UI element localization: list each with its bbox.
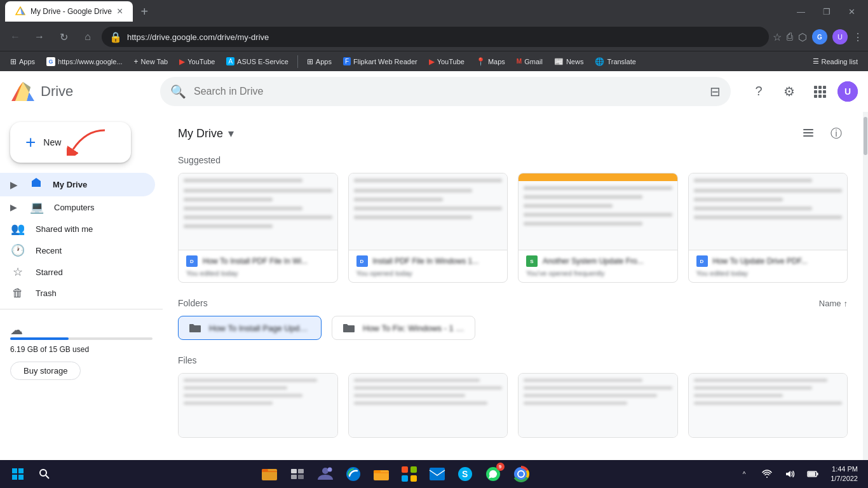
bookmark-news[interactable]: 📰 News: [549, 55, 589, 69]
chrome-ext-icon[interactable]: G: [812, 29, 827, 44]
suggested-card-3[interactable]: S Another System Update Fro... You've op…: [518, 173, 678, 283]
bookmark-apps[interactable]: ⊞ Apps: [5, 55, 40, 69]
edge-button[interactable]: [341, 461, 366, 487]
file-card-4[interactable]: [688, 373, 848, 438]
suggested-card-4[interactable]: D How To Update Drive PDF... You edited …: [688, 173, 848, 283]
info-button[interactable]: ⓘ: [825, 122, 848, 145]
home-button[interactable]: ⌂: [78, 27, 98, 47]
teams-button[interactable]: [313, 461, 338, 487]
volume-icon[interactable]: [780, 464, 800, 484]
active-tab[interactable]: My Drive - Google Drive ×: [5, 1, 133, 22]
reading-list-button[interactable]: ☰ Reading list: [808, 55, 863, 68]
suggested-card-1[interactable]: D How To Install PDF File In Wi... You e…: [178, 173, 338, 283]
chevron-icon: ▶: [10, 180, 17, 190]
bookmark-google[interactable]: G https://www.google...: [41, 55, 128, 69]
trash-icon: 🗑: [10, 287, 25, 300]
bookmark-maps[interactable]: 📍 Maps: [471, 55, 510, 69]
svg-rect-31: [298, 469, 304, 473]
file-card-1[interactable]: [178, 373, 338, 438]
maximize-button[interactable]: ❐: [815, 4, 838, 19]
tab-close-button[interactable]: ×: [117, 6, 123, 17]
profile-icon[interactable]: U: [832, 29, 848, 44]
folder-item-1[interactable]: How To Install Page Update...: [178, 316, 322, 340]
reading-list-icon: ☰: [813, 57, 819, 65]
svg-rect-32: [291, 475, 297, 479]
tray-chevron-button[interactable]: ^: [734, 464, 754, 484]
folders-section-header: Folders Name ↑: [178, 298, 848, 308]
folder-item-2[interactable]: How To Fix: Windows - 1 Lik...: [332, 316, 475, 340]
filter-icon[interactable]: ⊟: [710, 84, 721, 99]
extensions-icon[interactable]: ⬡: [798, 31, 807, 43]
svg-rect-29: [262, 469, 268, 471]
title-dropdown-icon[interactable]: ▾: [228, 126, 234, 140]
whatsapp-button[interactable]: 9: [480, 461, 506, 487]
sidebar-item-shared[interactable]: 👥 Shared with me: [0, 218, 155, 240]
content-title: My Drive ▾: [178, 126, 234, 140]
bookmark-flipkart[interactable]: F Flipkart Web Reader: [338, 55, 423, 68]
buy-storage-button[interactable]: Buy storage: [10, 362, 81, 380]
address-bar[interactable]: 🔒 https://drive.google.com/drive/my-driv…: [102, 27, 769, 47]
search-input[interactable]: [194, 86, 702, 97]
battery-icon[interactable]: [803, 464, 823, 484]
file-card-preview-2: [349, 374, 508, 437]
sort-label: Name: [819, 299, 841, 308]
file-explorer-button[interactable]: [257, 461, 282, 487]
whatsapp-badge: 9: [496, 463, 505, 471]
card-info-4: D How To Update Drive PDF... You edited …: [689, 250, 848, 282]
chrome-button[interactable]: [508, 461, 534, 487]
sort-button[interactable]: Name ↑: [819, 299, 848, 308]
user-avatar[interactable]: U: [837, 81, 858, 102]
drive-logo[interactable]: Drive: [10, 81, 150, 102]
store-button[interactable]: [397, 461, 422, 487]
suggested-section-label: Suggested: [178, 155, 848, 165]
my-drive-title: My Drive: [178, 127, 223, 140]
sidebar: + New ▶: [0, 112, 163, 488]
system-clock[interactable]: 1:44 PM 1/7/2022: [825, 462, 863, 487]
edge-icon: [345, 466, 362, 482]
bookmark-star-icon[interactable]: ☆: [773, 31, 782, 43]
suggested-card-2[interactable]: D Install PDF File In Windows 1... You o…: [348, 173, 508, 283]
menu-button[interactable]: ⋮: [853, 31, 863, 43]
scrollbar[interactable]: [863, 112, 868, 488]
close-button[interactable]: ✕: [841, 4, 863, 19]
mail-button[interactable]: [424, 461, 450, 487]
bookmark-translate[interactable]: 🌐 Translate: [590, 55, 641, 69]
file-card-2[interactable]: [348, 373, 508, 438]
files-button[interactable]: [369, 461, 394, 487]
bookmark-gmail[interactable]: M Gmail: [512, 55, 548, 68]
task-view-button[interactable]: [285, 461, 310, 487]
sidebar-item-computers[interactable]: ▶ 💻 Computers: [0, 196, 155, 218]
list-view-button[interactable]: [797, 122, 820, 145]
bookmark-asus[interactable]: A ASUS E-Service: [221, 55, 293, 68]
sidebar-item-trash[interactable]: 🗑 Trash: [0, 283, 155, 304]
bookmark-apps2[interactable]: ⊞ Apps: [302, 55, 337, 69]
settings-button[interactable]: ⚙: [776, 79, 802, 104]
sidebar-item-recent[interactable]: 🕐 Recent: [0, 240, 155, 261]
scrollbar-thumb[interactable]: [864, 117, 867, 155]
file-icon-4: D: [696, 255, 708, 267]
bookmark-youtube1[interactable]: ▶ YouTube: [174, 55, 220, 69]
back-button[interactable]: ←: [5, 27, 25, 47]
search-icon: 🔍: [170, 84, 186, 99]
sidebar-item-starred[interactable]: ☆ Starred: [0, 261, 155, 283]
minimize-button[interactable]: —: [789, 4, 813, 19]
svg-rect-19: [803, 129, 813, 130]
bookmark-youtube2[interactable]: ▶ YouTube: [424, 55, 470, 69]
file-card-3[interactable]: [518, 373, 678, 438]
apps-grid-button[interactable]: [807, 79, 832, 104]
new-tab-button[interactable]: +: [138, 2, 151, 22]
lock-icon: 🔒: [109, 31, 122, 43]
card-preview-3: [519, 173, 677, 250]
new-button[interactable]: + New: [10, 122, 131, 163]
help-button[interactable]: ?: [746, 79, 771, 104]
start-button[interactable]: [5, 463, 31, 485]
taskbar-search-button[interactable]: [33, 463, 56, 485]
wifi-icon[interactable]: [757, 464, 777, 484]
search-bar[interactable]: 🔍 ⊟: [160, 77, 731, 106]
forward-button[interactable]: →: [29, 27, 50, 47]
share-icon[interactable]: ⎙: [787, 31, 793, 43]
skype-button[interactable]: S: [452, 461, 478, 487]
bookmark-newtab[interactable]: + New Tab: [129, 55, 173, 69]
reload-button[interactable]: ↻: [53, 27, 74, 47]
sidebar-item-my-drive[interactable]: ▶ My Drive: [0, 173, 155, 196]
